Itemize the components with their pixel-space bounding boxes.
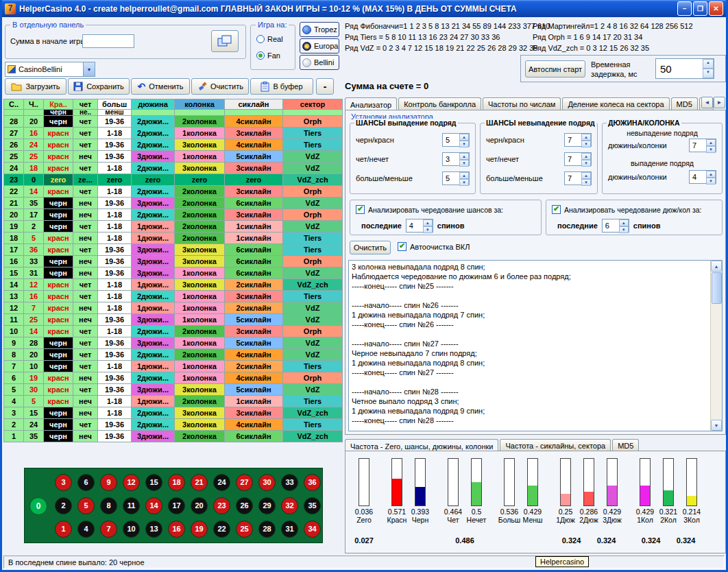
- alternation-chances-spinner[interactable]: 4 ▲▼: [406, 219, 433, 233]
- save-button[interactable]: Сохранить: [68, 78, 130, 95]
- history-row-3[interactable]: 315черннеч1-182дюжи...3колонка3сиклайнVd…: [4, 407, 343, 419]
- chart-tab-3[interactable]: MD5: [612, 439, 639, 451]
- history-row-26[interactable]: 2624краснчет19-362дюжи...3колонка4сиклай…: [4, 139, 343, 151]
- dozen-appear-spinner[interactable]: 4 ▲▼: [689, 170, 716, 184]
- spin-up-icon[interactable]: ▲: [423, 219, 433, 226]
- casino-bellini-button[interactable]: Bellini: [300, 55, 339, 70]
- board-num-1[interactable]: 1: [55, 521, 72, 538]
- history-row-15[interactable]: 1531черннеч19-363дюжи...1колонка6сиклайн…: [4, 267, 343, 279]
- history-row-17[interactable]: 1736краснчет19-363дюжи...3колонка6сиклай…: [4, 244, 343, 256]
- analysis-log[interactable]: 3 колонка невыпадала подряд 8 спин; Набл…: [348, 260, 723, 431]
- spin-up-icon[interactable]: ▲: [581, 134, 591, 141]
- radio-real-circle[interactable]: [256, 35, 265, 43]
- appear-blackred-spinner[interactable]: 5 ▲▼: [442, 133, 470, 147]
- spin-up-icon[interactable]: ▲: [706, 139, 716, 146]
- board-num-24[interactable]: 24: [213, 474, 230, 491]
- clear-button[interactable]: Очистить: [191, 78, 249, 95]
- spin-up-icon[interactable]: ▲: [459, 153, 469, 160]
- scroll-up-icon[interactable]: ▲: [711, 261, 722, 272]
- casino-europa-button[interactable]: Europa: [300, 38, 339, 53]
- spin-up-icon[interactable]: ▲: [459, 134, 469, 141]
- spin-up-icon[interactable]: ▲: [581, 153, 591, 160]
- radio-real[interactable]: Real: [256, 35, 283, 43]
- board-num-20[interactable]: 20: [191, 497, 208, 514]
- history-row-6[interactable]: 619красннеч19-362дюжи...1колонка4сиклайн…: [4, 372, 343, 384]
- maximize-button[interactable]: ❐: [693, 1, 707, 16]
- dozen-absent-spinner[interactable]: 7 ▲▼: [689, 139, 716, 152]
- collapse-button[interactable]: -: [316, 78, 334, 95]
- absent-highlow-spinner[interactable]: 7 ▲▼: [564, 171, 592, 185]
- casino-tropez-button[interactable]: Tropez: [300, 22, 339, 37]
- spin-down-icon[interactable]: ▼: [459, 141, 469, 147]
- board-num-4[interactable]: 4: [77, 521, 95, 538]
- history-row-14[interactable]: 1412краснчет1-181дюжи...3колонка2сиклайн…: [4, 279, 343, 291]
- board-num-10[interactable]: 10: [123, 521, 140, 538]
- radio-fan-circle[interactable]: [256, 51, 265, 60]
- history-row-28[interactable]: 2820чернчет19-362дюжи...2колонка4сиклайн…: [4, 116, 343, 128]
- main-tab-4[interactable]: Деление колеса на сектора: [562, 97, 669, 110]
- history-row-27[interactable]: 2716краснчет1-182дюжи...1колонка3сиклайн…: [4, 128, 343, 139]
- history-row-10[interactable]: 1014краснчет1-182дюжи...2колонка3сиклайн…: [4, 326, 343, 337]
- radio-fan[interactable]: Fan: [256, 51, 280, 60]
- absent-blackred-spinner[interactable]: 7 ▲▼: [564, 133, 592, 147]
- board-num-29[interactable]: 29: [258, 497, 276, 514]
- autoclear-checkbox[interactable]: [398, 242, 407, 251]
- history-row-9[interactable]: 928чернчет19-363дюжи...1колонка5сиклайнV…: [4, 337, 343, 349]
- absent-evenodd-spinner[interactable]: 7 ▲▼: [564, 152, 592, 166]
- autospin-start-button[interactable]: Автоспин старт: [525, 60, 585, 78]
- spin-down-icon[interactable]: ▼: [459, 179, 469, 186]
- history-row-13[interactable]: 1316краснчет1-182дюжи...1колонка3сиклайн…: [4, 291, 343, 302]
- history-row-25[interactable]: 2525красннеч19-363дюжи...1колонка5сиклай…: [4, 151, 343, 163]
- alternation-chances-checkbox[interactable]: [356, 205, 365, 214]
- board-num-3[interactable]: 3: [55, 474, 72, 491]
- tab-scroll-left-icon[interactable]: ◄: [701, 97, 713, 108]
- board-num-12[interactable]: 12: [123, 474, 140, 491]
- spin-down-icon[interactable]: ▼: [581, 179, 591, 186]
- dropdown-arrow-icon[interactable]: ▼: [83, 62, 95, 76]
- history-row-21[interactable]: 2135черннеч19-363дюжи...2колонка6сиклайн…: [4, 198, 343, 209]
- board-num-9[interactable]: 9: [100, 474, 117, 491]
- board-num-16[interactable]: 16: [168, 521, 185, 538]
- close-button[interactable]: ✕: [709, 1, 723, 16]
- spin-down-icon[interactable]: ▼: [581, 141, 591, 147]
- undo-button[interactable]: ↶ Отменить: [131, 78, 190, 95]
- history-row-1[interactable]: 135черннеч19-363дюжи...2колонка6сиклайнV…: [4, 431, 343, 442]
- spin-down-icon[interactable]: ▼: [581, 160, 591, 167]
- detach-panel-button[interactable]: [211, 30, 239, 52]
- main-tab-1[interactable]: Анализатор: [345, 97, 397, 110]
- board-num-22[interactable]: 22: [213, 521, 230, 538]
- board-num-11[interactable]: 11: [123, 497, 140, 514]
- history-row-24[interactable]: 2418краснчет1-182дюжи...3колонка3сиклайн…: [4, 163, 343, 174]
- board-num-21[interactable]: 21: [191, 474, 208, 491]
- spin-up-icon[interactable]: ▲: [706, 171, 716, 178]
- board-num-6[interactable]: 6: [77, 474, 95, 491]
- board-num-27[interactable]: 27: [236, 474, 253, 491]
- history-row-19[interactable]: 192чернчет1-181дюжи...2колонка1сиклайнVd…: [4, 221, 343, 233]
- spin-up-icon[interactable]: ▲: [581, 172, 591, 179]
- board-num-35[interactable]: 35: [304, 497, 321, 514]
- title-bar[interactable]: 7 HelperCasino 4.0 - create helperroulle…: [2, 0, 726, 17]
- board-num-13[interactable]: 13: [145, 521, 162, 538]
- spin-up-icon[interactable]: ▲: [459, 172, 469, 179]
- main-tab-3[interactable]: Частоты по числам: [483, 97, 561, 110]
- board-num-5[interactable]: 5: [77, 497, 95, 514]
- history-row-18[interactable]: 185красннеч1-181дюжи...2колонка1сиклайнT…: [4, 233, 343, 244]
- board-num-30[interactable]: 30: [258, 474, 276, 491]
- history-row-23[interactable]: 230zeroze...zerozerozerozeroVdZ_zch: [4, 174, 343, 186]
- history-row-12[interactable]: 127красннеч1-181дюжи...1колонка2сиклайнV…: [4, 302, 343, 314]
- history-row-4[interactable]: 45красннеч1-181дюжи...2колонка1сиклайнTi…: [4, 396, 343, 407]
- history-row-partial[interactable]: чернне..менш: [4, 110, 343, 116]
- board-num-23[interactable]: 23: [213, 497, 230, 514]
- delay-spinner[interactable]: 50 ▲▼: [655, 58, 714, 79]
- spin-down-icon[interactable]: ▼: [459, 160, 469, 167]
- copy-to-buffer-button[interactable]: В буфер: [250, 78, 313, 95]
- history-table[interactable]: С..Ч..Кра..четбольшдюжинаколонкасиклайнс…: [3, 99, 343, 442]
- board-num-36[interactable]: 36: [304, 474, 321, 491]
- history-row-11[interactable]: 1125красннеч19-363дюжи...1колонка5сиклай…: [4, 314, 343, 326]
- board-zero[interactable]: 0: [29, 497, 47, 515]
- spin-down-icon[interactable]: ▼: [703, 69, 714, 78]
- board-num-34[interactable]: 34: [304, 521, 321, 538]
- start-sum-input[interactable]: [82, 34, 134, 48]
- board-num-15[interactable]: 15: [145, 474, 162, 491]
- scroll-thumb[interactable]: [712, 272, 722, 304]
